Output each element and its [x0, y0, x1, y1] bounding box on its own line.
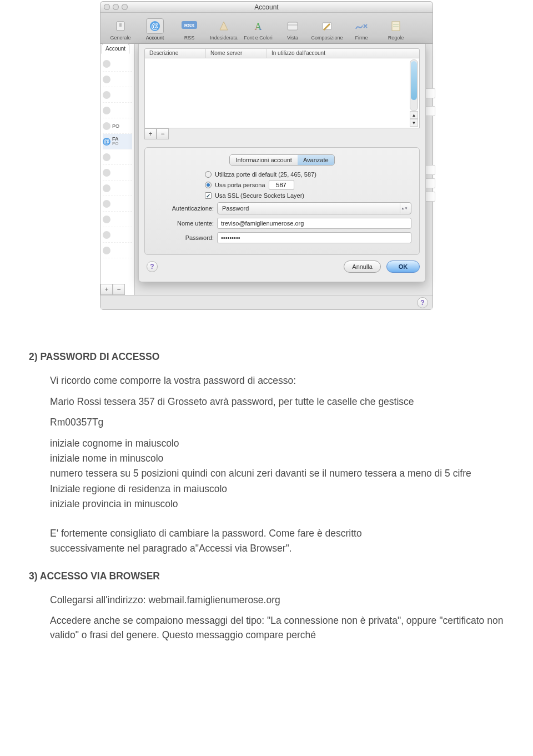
toolbar-generale[interactable]: Generale	[104, 15, 137, 42]
svg-text:RSS: RSS	[184, 23, 195, 28]
scrollbar-thumb[interactable]	[411, 61, 417, 100]
section-heading: 2) PASSWORD DI ACCESSO	[29, 350, 504, 364]
junk-icon	[215, 18, 233, 34]
scrollbar-track[interactable]	[410, 59, 418, 111]
tab-account-info[interactable]: Informazioni account	[230, 155, 298, 165]
sidebar-row[interactable]	[103, 103, 132, 118]
sidebar-item-sublabel: PO	[112, 142, 119, 146]
sidebar-row[interactable]	[103, 87, 132, 103]
radio-custom-port-label: Usa porta persona	[215, 182, 265, 188]
checkbox-ssl-label: Usa SSL (Secure Sockets Layer)	[215, 192, 304, 199]
th-server[interactable]: Nome server	[206, 49, 267, 58]
sidebar-row[interactable]	[103, 243, 132, 258]
svg-point-13	[104, 62, 109, 66]
sheet-content: ▲▼ Descrizione Nome server In utilizzo d…	[135, 44, 433, 295]
sidebar-row[interactable]: PO	[103, 118, 132, 134]
username-value: treviso@famiglienumerose.org	[221, 220, 304, 227]
window-title: Account	[100, 3, 433, 11]
cancel-button[interactable]: Annulla	[344, 261, 381, 273]
toolbar-account[interactable]: @ Account	[138, 15, 172, 42]
compose-icon	[318, 18, 336, 34]
prefs-toolbar: Generale @ Account RSS RSS	[100, 13, 433, 44]
list-item: iniziale provincia in minuscolo	[50, 497, 504, 511]
section-heading: 3) ACCESSO VIA BROWSER	[29, 569, 504, 583]
username-input[interactable]: treviso@famiglienumerose.org	[217, 218, 411, 229]
sidebar-row[interactable]	[103, 196, 132, 212]
add-server-button[interactable]: +	[144, 128, 157, 139]
svg-rect-1	[119, 23, 122, 27]
sidebar-tab[interactable]: Account	[102, 43, 129, 54]
username-label: Nome utente:	[153, 220, 214, 227]
radio-default-ports[interactable]	[205, 171, 212, 178]
window-titlebar: Account	[100, 2, 433, 13]
svg-text:A: A	[255, 21, 262, 32]
th-description[interactable]: Descrizione	[145, 49, 206, 58]
help-button[interactable]: ?	[147, 261, 158, 272]
scrollbar[interactable]: ▲ ▼	[410, 59, 418, 127]
paragraph: Rm00357Tg	[50, 415, 504, 429]
toolbar-signatures[interactable]: Firme	[345, 15, 378, 42]
document-body: 2) PASSWORD DI ACCESSO Vi ricordo come c…	[0, 314, 533, 665]
password-input[interactable]: •••••••••	[217, 232, 411, 243]
font-icon: A	[249, 18, 267, 34]
servers-table-body[interactable]: ▲ ▼	[144, 58, 420, 128]
accounts-sidebar: Account PO @ FA PO	[100, 44, 135, 295]
svg-text:@: @	[151, 22, 159, 31]
sidebar-row[interactable]	[103, 72, 132, 87]
th-inuse[interactable]: In utilizzo dall'account	[267, 49, 419, 58]
paragraph: Accedere anche se compaiono messaggi del…	[50, 614, 504, 642]
paragraph: successivamente nel paragrado a"Accessi …	[50, 542, 504, 555]
radio-default-ports-label: Utilizza porte di default (25, 465, 587)	[215, 171, 316, 178]
add-account-button[interactable]: +	[100, 284, 113, 295]
help-button[interactable]: ?	[417, 297, 428, 308]
sidebar-row[interactable]	[103, 56, 132, 72]
auth-select[interactable]: Password ▲▼	[217, 202, 411, 214]
toolbar-rss[interactable]: RSS RSS	[173, 15, 206, 42]
sidebar-row[interactable]	[103, 149, 132, 165]
sidebar-row[interactable]	[103, 165, 132, 181]
list-item: iniziale nome in minuscolo	[50, 452, 504, 465]
toolbar-label: Indesiderata	[210, 35, 238, 41]
scroll-up-icon[interactable]: ▲	[410, 111, 418, 119]
scroll-down-icon[interactable]: ▼	[410, 119, 418, 127]
rules-icon	[387, 18, 405, 34]
sidebar-row[interactable]	[103, 181, 132, 196]
svg-rect-7	[288, 22, 298, 30]
sign-icon	[353, 18, 370, 34]
sidebar-row[interactable]	[103, 227, 132, 243]
password-value: •••••••••	[221, 234, 240, 241]
toolbar-label: RSS	[184, 35, 195, 41]
list-item: iniziale cognome in maiuscolo	[50, 437, 504, 450]
list-item: numero tessera su 5 posizioni quindi con…	[50, 467, 504, 480]
radio-custom-port[interactable]	[205, 182, 212, 188]
chevron-updown-icon: ▲▼	[400, 203, 409, 213]
toolbar-junk[interactable]: Indesiderata	[207, 15, 240, 42]
rss-icon: RSS	[180, 18, 198, 34]
toolbar-label: Regole	[388, 35, 404, 41]
sidebar-row[interactable]: @ FA PO	[103, 134, 132, 149]
toolbar-label: Account	[146, 35, 164, 41]
window-footer: ?	[100, 295, 433, 309]
remove-account-button[interactable]: −	[113, 284, 125, 295]
ok-button[interactable]: OK	[386, 261, 420, 273]
advanced-panel: Informazioni account Avanzate Utilizza p…	[144, 147, 420, 255]
sidebar-list: PO @ FA PO	[100, 56, 134, 258]
at-icon: @	[103, 138, 110, 146]
toolbar-rules[interactable]: Regole	[379, 15, 413, 42]
password-label: Password:	[153, 234, 214, 241]
toolbar-fonts[interactable]: A Font e Colori	[242, 15, 275, 42]
auth-label: Autenticazione:	[153, 205, 214, 212]
auth-select-value: Password	[222, 205, 249, 212]
sidebar-row[interactable]	[103, 212, 132, 227]
toolbar-compose[interactable]: Composizione	[310, 15, 344, 42]
toolbar-label: Font e Colori	[244, 35, 273, 41]
toolbar-view[interactable]: Vista	[276, 15, 309, 42]
sidebar-item-label: PO	[112, 123, 119, 129]
custom-port-input[interactable]	[269, 180, 294, 190]
slider-icon	[112, 18, 129, 34]
tab-advanced[interactable]: Avanzate	[298, 155, 334, 165]
remove-server-button[interactable]: −	[157, 128, 169, 139]
segmented-control: Informazioni account Avanzate	[229, 154, 334, 166]
paragraph: Mario Rossi tessera 357 di Grosseto avrà…	[50, 395, 504, 409]
checkbox-ssl[interactable]	[205, 192, 212, 199]
